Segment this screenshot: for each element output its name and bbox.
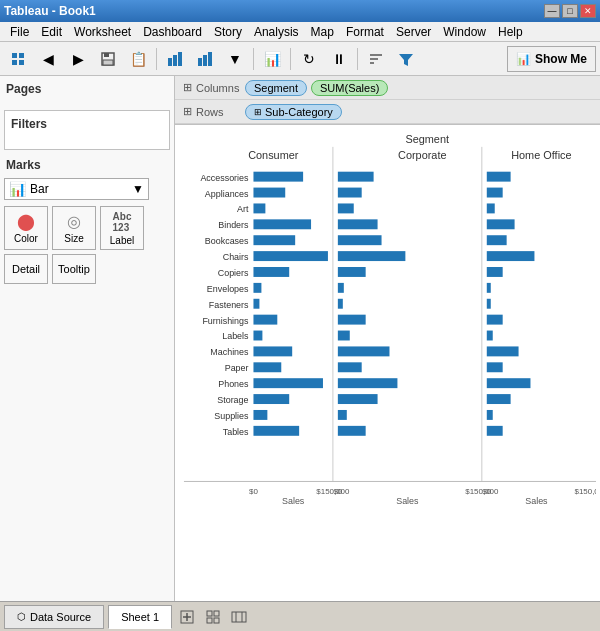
- svg-rect-78: [487, 219, 515, 229]
- svg-rect-56: [253, 410, 267, 420]
- menu-story[interactable]: Story: [208, 23, 248, 41]
- svg-rect-108: [232, 612, 246, 622]
- toolbar: ◀ ▶ 📋 ▼ 📊 ↻ ⏸ 📊 Show Me: [0, 42, 600, 76]
- refresh-button[interactable]: ↻: [295, 46, 323, 72]
- maximize-button[interactable]: □: [562, 4, 578, 18]
- svg-rect-88: [487, 378, 531, 388]
- window-controls[interactable]: — □ ✕: [544, 4, 596, 18]
- svg-rect-81: [487, 267, 503, 277]
- label-icon: Abc123: [113, 211, 132, 233]
- filter-button[interactable]: [392, 46, 420, 72]
- size-button[interactable]: ◎ Size: [52, 206, 96, 250]
- chart-btn-2[interactable]: [191, 46, 219, 72]
- separator-1: [156, 48, 157, 70]
- forward-button[interactable]: ▶: [64, 46, 92, 72]
- svg-rect-8: [173, 55, 177, 66]
- svg-text:Bookcases: Bookcases: [205, 236, 249, 246]
- menu-bar: File Edit Worksheet Dashboard Story Anal…: [0, 22, 600, 42]
- columns-shelf: ⊞ Columns Segment SUM(Sales): [175, 76, 600, 100]
- svg-rect-72: [338, 394, 378, 404]
- svg-rect-62: [338, 235, 382, 245]
- menu-help[interactable]: Help: [492, 23, 529, 41]
- marks-section: Marks 📊 Bar ▼ ⬤ Color ◎ Size Abc123: [4, 156, 170, 284]
- svg-text:$0: $0: [333, 487, 342, 496]
- label-button[interactable]: Abc123 Label: [100, 206, 144, 250]
- svg-rect-73: [338, 410, 347, 420]
- save-button[interactable]: [94, 46, 122, 72]
- svg-text:$150,000: $150,000: [574, 487, 596, 496]
- data-source-tab[interactable]: ⬡ Data Source: [4, 605, 104, 629]
- copy-button[interactable]: 📋: [124, 46, 152, 72]
- tooltip-button[interactable]: Tooltip: [52, 254, 96, 284]
- menu-file[interactable]: File: [4, 23, 35, 41]
- svg-rect-48: [253, 283, 261, 293]
- data-source-label: Data Source: [30, 611, 91, 623]
- chart-btn-1[interactable]: [161, 46, 189, 72]
- chart-btn-3[interactable]: ▼: [221, 46, 249, 72]
- svg-text:Home Office: Home Office: [511, 149, 571, 161]
- new-story-button[interactable]: [228, 606, 250, 628]
- left-panel: Pages Filters Marks 📊 Bar ▼ ⬤ Color: [0, 76, 175, 601]
- detail-button[interactable]: Detail: [4, 254, 48, 284]
- menu-dashboard[interactable]: Dashboard: [137, 23, 208, 41]
- sheet1-tab[interactable]: Sheet 1: [108, 605, 172, 629]
- label-label: Label: [110, 235, 134, 246]
- svg-text:$0: $0: [482, 487, 491, 496]
- svg-rect-67: [338, 315, 366, 325]
- svg-rect-53: [253, 362, 281, 372]
- menu-analysis[interactable]: Analysis: [248, 23, 305, 41]
- svg-text:Sales: Sales: [525, 496, 548, 506]
- svg-rect-44: [253, 219, 311, 229]
- chart-area: Segment Consumer Corporate Home Office A…: [175, 125, 600, 601]
- tab-icons: [176, 606, 250, 628]
- home-button[interactable]: [4, 46, 32, 72]
- separator-3: [290, 48, 291, 70]
- svg-rect-41: [253, 172, 303, 182]
- sort-button[interactable]: [362, 46, 390, 72]
- svg-text:Sales: Sales: [282, 496, 305, 506]
- svg-text:Corporate: Corporate: [398, 149, 447, 161]
- svg-rect-42: [253, 188, 285, 198]
- svg-rect-84: [487, 315, 503, 325]
- columns-grid-icon: ⊞: [183, 81, 192, 94]
- show-me-button[interactable]: 📊 Show Me: [507, 46, 596, 72]
- svg-rect-105: [214, 611, 219, 616]
- pause-button[interactable]: ⏸: [325, 46, 353, 72]
- svg-text:Paper: Paper: [225, 363, 249, 373]
- menu-worksheet[interactable]: Worksheet: [68, 23, 137, 41]
- svg-rect-5: [104, 53, 109, 57]
- svg-text:Appliances: Appliances: [205, 189, 249, 199]
- svg-text:Envelopes: Envelopes: [207, 284, 249, 294]
- close-button[interactable]: ✕: [580, 4, 596, 18]
- svg-rect-107: [214, 618, 219, 623]
- menu-format[interactable]: Format: [340, 23, 390, 41]
- svg-rect-9: [178, 52, 182, 66]
- svg-text:Fasteners: Fasteners: [209, 300, 249, 310]
- sum-sales-pill[interactable]: SUM(Sales): [311, 80, 388, 96]
- svg-rect-43: [253, 203, 265, 213]
- new-worksheet-button[interactable]: [176, 606, 198, 628]
- svg-text:$0: $0: [249, 487, 258, 496]
- color-button[interactable]: ⬤ Color: [4, 206, 48, 250]
- svg-text:Accessories: Accessories: [200, 173, 249, 183]
- new-dashboard-button[interactable]: [202, 606, 224, 628]
- separator-4: [357, 48, 358, 70]
- subcategory-pill[interactable]: ⊞ Sub-Category: [245, 104, 342, 120]
- data-btn[interactable]: 📊: [258, 46, 286, 72]
- segment-pill[interactable]: Segment: [245, 80, 307, 96]
- menu-window[interactable]: Window: [437, 23, 492, 41]
- minimize-button[interactable]: —: [544, 4, 560, 18]
- svg-rect-47: [253, 267, 289, 277]
- menu-map[interactable]: Map: [305, 23, 340, 41]
- title-bar: Tableau - Book1 — □ ✕: [0, 0, 600, 22]
- pages-label: Pages: [4, 80, 170, 98]
- menu-edit[interactable]: Edit: [35, 23, 68, 41]
- sheet1-label: Sheet 1: [121, 611, 159, 623]
- bottom-bar: ⬡ Data Source Sheet 1: [0, 601, 600, 631]
- svg-text:Phones: Phones: [218, 379, 249, 389]
- separator-2: [253, 48, 254, 70]
- bar-chart-icon: 📊: [9, 181, 26, 197]
- back-button[interactable]: ◀: [34, 46, 62, 72]
- marks-type-dropdown[interactable]: 📊 Bar ▼: [4, 178, 149, 200]
- menu-server[interactable]: Server: [390, 23, 437, 41]
